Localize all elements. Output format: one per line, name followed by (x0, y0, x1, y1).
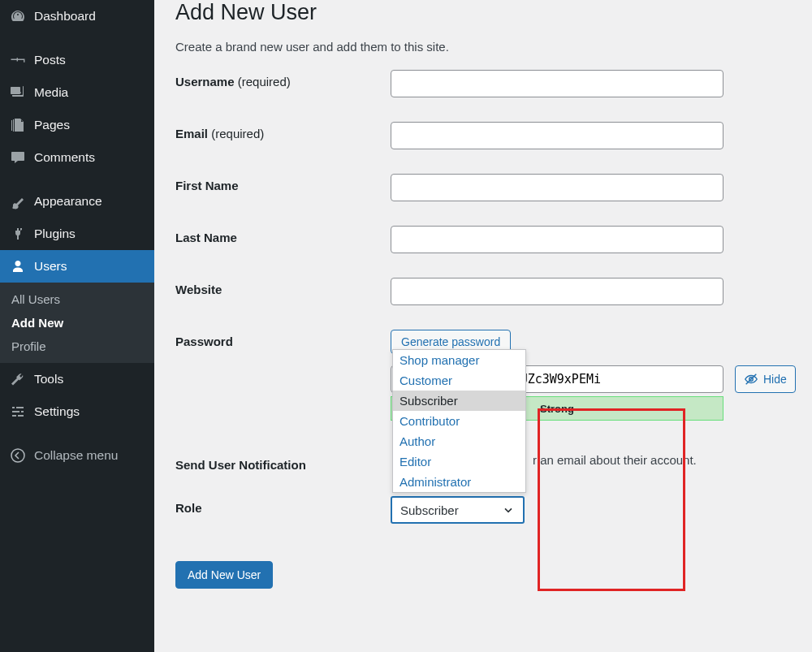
submenu-profile[interactable]: Profile (0, 335, 154, 358)
menu-separator (0, 174, 154, 185)
menu-separator (0, 32, 154, 44)
password-label: Password (175, 330, 391, 348)
plug-icon (10, 226, 26, 242)
role-option-author[interactable]: Author (393, 431, 525, 451)
email-input[interactable] (391, 122, 723, 149)
row-lastname: Last Name (175, 226, 796, 253)
sidebar-item-label: Posts (34, 53, 66, 67)
media-icon (10, 84, 26, 101)
sidebar-item-users[interactable]: Users (0, 250, 154, 283)
sidebar-item-dashboard[interactable]: Dashboard (0, 0, 154, 32)
website-input[interactable] (391, 278, 723, 305)
sidebar-item-label: Plugins (34, 227, 76, 241)
sidebar-item-media[interactable]: Media (0, 76, 154, 109)
pin-icon (10, 52, 26, 68)
collapse-label: Collapse menu (34, 448, 118, 463)
page-description: Create a brand new user and add them to … (175, 40, 796, 54)
sidebar-item-tools[interactable]: Tools (0, 363, 154, 395)
row-email: Email (required) (175, 122, 796, 149)
main-content: Add New User Create a brand new user and… (154, 0, 812, 652)
collapse-icon (10, 447, 26, 464)
admin-sidebar: Dashboard Posts Media Pages Comments App… (0, 0, 154, 652)
users-submenu: All Users Add New Profile (0, 283, 154, 363)
role-select[interactable]: Subscriber Shop manager Customer Subscri… (391, 496, 525, 524)
username-input[interactable] (391, 70, 723, 97)
email-label: Email (required) (175, 122, 391, 140)
wrench-icon (10, 371, 26, 387)
dashboard-icon (10, 8, 26, 24)
submenu-add-new[interactable]: Add New (0, 311, 154, 335)
sidebar-item-comments[interactable]: Comments (0, 141, 154, 174)
page-title: Add New User (175, 0, 796, 25)
sidebar-item-label: Appearance (34, 194, 102, 209)
role-option-subscriber[interactable]: Subscriber (393, 391, 525, 411)
chevron-down-icon (502, 503, 515, 516)
add-new-user-button[interactable]: Add New User (175, 561, 273, 589)
role-option-shop-manager[interactable]: Shop manager (393, 350, 525, 370)
menu-separator (0, 428, 154, 439)
row-username: Username (required) (175, 70, 796, 97)
comments-icon (10, 149, 26, 166)
sidebar-item-label: Dashboard (34, 9, 96, 24)
submenu-all-users[interactable]: All Users (0, 287, 154, 311)
sidebar-item-appearance[interactable]: Appearance (0, 185, 154, 218)
collapse-menu-button[interactable]: Collapse menu (0, 439, 154, 472)
user-icon (10, 258, 26, 274)
notification-text: r an email about their account. (533, 453, 697, 467)
sidebar-item-label: Tools (34, 372, 63, 386)
role-option-administrator[interactable]: Administrator (393, 472, 525, 492)
sidebar-item-posts[interactable]: Posts (0, 44, 154, 76)
sidebar-item-label: Pages (34, 118, 70, 132)
eye-off-icon (744, 372, 758, 386)
row-role: Role Subscriber Shop manager Customer Su… (175, 496, 796, 524)
lastname-label: Last Name (175, 226, 391, 244)
lastname-input[interactable] (391, 226, 723, 253)
role-selected-value: Subscriber (400, 503, 459, 517)
notification-label: Send User Notification (175, 453, 391, 472)
hide-password-button[interactable]: Hide (735, 365, 796, 393)
role-option-editor[interactable]: Editor (393, 451, 525, 472)
sidebar-item-plugins[interactable]: Plugins (0, 218, 154, 250)
sidebar-item-label: Users (34, 259, 67, 274)
row-website: Website (175, 278, 796, 305)
role-label: Role (175, 496, 391, 515)
firstname-label: First Name (175, 174, 391, 192)
brush-icon (10, 193, 26, 209)
role-option-contributor[interactable]: Contributor (393, 411, 525, 431)
pages-icon (10, 117, 26, 133)
role-listbox[interactable]: Shop manager Customer Subscriber Contrib… (392, 349, 526, 493)
sliders-icon (10, 404, 26, 420)
sidebar-item-label: Media (34, 85, 68, 100)
role-option-customer[interactable]: Customer (393, 370, 525, 391)
svg-point-0 (11, 449, 24, 462)
website-label: Website (175, 278, 391, 296)
sidebar-item-pages[interactable]: Pages (0, 109, 154, 141)
sidebar-item-label: Comments (34, 150, 95, 165)
username-label: Username (required) (175, 70, 391, 89)
row-firstname: First Name (175, 174, 796, 201)
firstname-input[interactable] (391, 174, 723, 201)
sidebar-item-settings[interactable]: Settings (0, 395, 154, 428)
sidebar-item-label: Settings (34, 404, 80, 419)
